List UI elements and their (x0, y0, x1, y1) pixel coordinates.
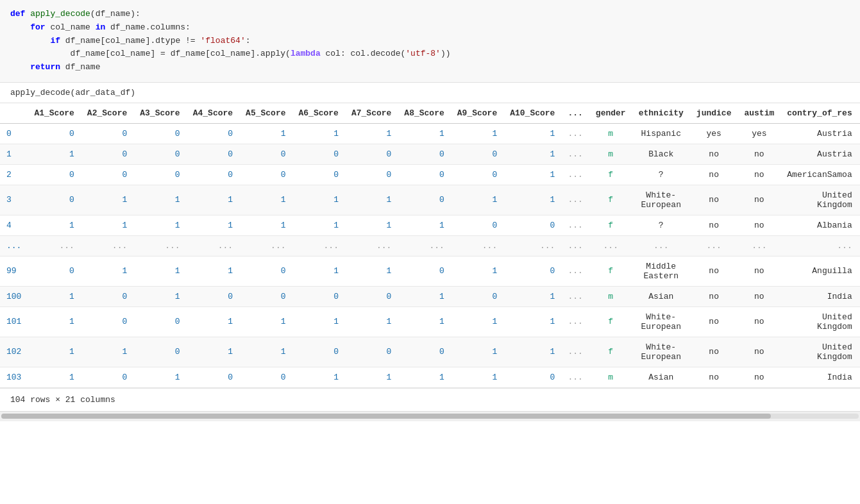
col-a3score: A3_Score (133, 103, 186, 124)
col-country: contry_of_res (780, 103, 858, 124)
col-a2score: A2_Score (81, 103, 133, 124)
code-block: def apply_decode(df_name): for col_name … (0, 0, 860, 83)
data-table-container[interactable]: A1_Score A2_Score A3_Score A4_Score A5_S… (0, 103, 860, 388)
scrollbar-thumb[interactable] (1, 414, 771, 419)
col-a8score: A8_Score (398, 103, 450, 124)
table-row: 1011001111111...fWhite-EuropeannonoUnite… (0, 307, 860, 337)
call-line: apply_decode(adr_data_df) (0, 83, 860, 103)
col-ethnicity: ethnicity (632, 103, 690, 124)
table-summary: 104 rows × 21 columns (0, 388, 860, 411)
table-row: 30111111011...fWhite-EuropeannonoUnitedK… (0, 185, 860, 215)
table-row: 00000111111...mHispanicyesyesAustriano6.… (0, 123, 860, 144)
data-table: A1_Score A2_Score A3_Score A4_Score A5_S… (0, 103, 860, 388)
code-line-2: for col_name in df_name.columns: (10, 21, 850, 35)
table-row: 20000000001...f?nonoAmericanSamoano2.0 (0, 164, 860, 185)
col-a4score: A4_Score (187, 103, 239, 124)
table-row: 1031010011110...mAsiannonoIndiano6.0 (0, 367, 860, 387)
col-dots: ... (561, 103, 589, 124)
call-expression: apply_decode(adr_data_df) (10, 88, 135, 97)
col-a6score: A6_Score (292, 103, 345, 124)
table-body: 00000111111...mHispanicyesyesAustriano6.… (0, 123, 860, 387)
col-jundice: jundice (690, 103, 738, 124)
col-a1score: A1_Score (28, 103, 80, 124)
table-header-row: A1_Score A2_Score A3_Score A4_Score A5_S… (0, 103, 860, 124)
table-row: ........................................… (0, 235, 860, 256)
col-a5score: A5_Score (239, 103, 292, 124)
code-line-4: df_name[col_name] = df_name[col_name].ap… (10, 47, 850, 61)
table-row: 1001010000101...mAsiannonoIndiano4.0 (0, 286, 860, 307)
code-line-5: return df_name (10, 61, 850, 74)
table-row: 41111111100...f?nonoAlbaniano7.0 (0, 215, 860, 235)
code-line-3: if df_name[col_name].dtype != 'float64': (10, 35, 850, 48)
col-index (0, 103, 28, 124)
table-row: 1021101100011...fWhite-EuropeannonoUnite… (0, 337, 860, 367)
col-a7score: A7_Score (345, 103, 398, 124)
table-row: 990111011010...fMiddleEasternnonoAnguill… (0, 256, 860, 286)
horizontal-scrollbar[interactable] (0, 411, 860, 421)
col-austim: austim (738, 103, 780, 124)
scrollbar-track (1, 414, 859, 419)
code-line-1: def apply_decode(df_name): (10, 8, 850, 21)
table-row: 11000000001...mBlacknonoAustriano2.0 (0, 144, 860, 164)
col-gender: gender (589, 103, 632, 124)
col-a10score: A10_Score (503, 103, 561, 124)
col-a9score: A9_Score (451, 103, 503, 124)
summary-text: 104 rows × 21 columns (10, 395, 115, 405)
